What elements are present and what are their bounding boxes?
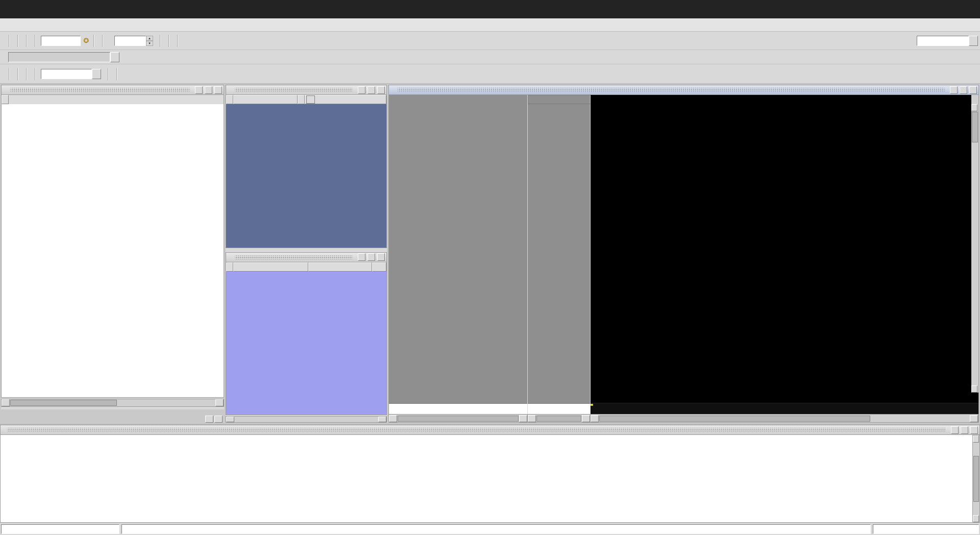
wave-cursor-tag-row <box>591 403 978 414</box>
values-scrollbar[interactable] <box>528 415 591 422</box>
wave-add-button[interactable] <box>950 86 958 94</box>
scroll-down-icon[interactable] <box>973 515 979 522</box>
transcript-add-button[interactable] <box>951 426 959 434</box>
sim-add-button[interactable] <box>195 86 203 94</box>
scroll-left-icon[interactable] <box>389 415 397 422</box>
wave-timeline-ticks <box>591 393 978 403</box>
processes-name-column[interactable] <box>233 262 308 272</box>
scroll-left-icon[interactable] <box>591 415 599 422</box>
wave-signal-values <box>528 104 591 393</box>
wave-scrollbar[interactable] <box>591 415 978 422</box>
transcript-panel-header[interactable] <box>0 425 980 435</box>
sim-panel-header[interactable] <box>1 85 224 95</box>
processes-undock-button[interactable] <box>368 253 375 261</box>
panel-splitter[interactable] <box>226 248 387 252</box>
wave-toolbar <box>0 64 980 84</box>
sim-undock-button[interactable] <box>205 86 212 94</box>
processes-panel-grip[interactable] <box>235 255 353 259</box>
objects-undock-button[interactable] <box>368 86 375 94</box>
wave-timeline[interactable] <box>591 393 978 414</box>
cursor-time-tag[interactable] <box>591 404 593 406</box>
sim-filter-icon[interactable] <box>2 95 9 104</box>
objects-panel-grip[interactable] <box>235 88 353 92</box>
objects-time-widget[interactable] <box>306 95 315 104</box>
processes-panel-header[interactable] <box>226 252 387 262</box>
wave-plot-area[interactable] <box>591 104 971 393</box>
transcript-close-button[interactable] <box>970 426 978 434</box>
scroll-left-icon[interactable] <box>528 415 536 422</box>
wave-window <box>388 95 979 423</box>
column-layout-dropdown-icon[interactable] <box>110 52 119 62</box>
title-bar <box>0 0 980 18</box>
wave-panel-header[interactable] <box>388 85 979 95</box>
sim-panel-grip[interactable] <box>10 88 190 92</box>
column-layout-select[interactable] <box>8 52 110 62</box>
status-wave-range <box>873 524 979 534</box>
spin-down-icon: ▼ <box>146 41 153 46</box>
sim-horizontal-scrollbar[interactable] <box>1 399 224 407</box>
objects-filter-icon[interactable] <box>226 95 233 104</box>
transcript-panel-grip[interactable] <box>7 428 946 432</box>
scroll-right-icon[interactable] <box>215 399 224 406</box>
msgs-column-header[interactable] <box>528 95 591 104</box>
processes-type-column[interactable] <box>308 262 372 272</box>
wave-undock-button[interactable] <box>960 86 967 94</box>
search-dropdown-icon[interactable] <box>92 69 101 79</box>
objects-add-button[interactable] <box>358 86 365 94</box>
middle-column <box>226 85 387 423</box>
processes-add-button[interactable] <box>358 253 365 261</box>
sim-column-headers <box>1 95 224 104</box>
wave-signal-names <box>389 104 528 393</box>
run-length-spinner[interactable]: ▲▼ <box>146 36 153 46</box>
now-row-label <box>389 393 527 403</box>
transcript-scrollbar[interactable] <box>973 435 980 523</box>
objects-value-column[interactable] <box>298 95 305 104</box>
tabs-scroll-right-icon[interactable] <box>214 416 223 423</box>
transcript-panel <box>0 424 980 523</box>
transcript-log[interactable] <box>0 435 973 523</box>
run-length-input[interactable] <box>114 36 146 46</box>
status-now <box>1 524 119 534</box>
layout-select[interactable] <box>917 36 969 46</box>
status-bar <box>0 523 980 535</box>
wave-panel-grip[interactable] <box>398 88 945 92</box>
search-input[interactable] <box>41 69 92 79</box>
scroll-left-icon[interactable] <box>2 399 10 406</box>
scroll-right-icon[interactable] <box>378 417 386 422</box>
scroll-thumb[interactable] <box>972 112 978 142</box>
objects-close-button[interactable] <box>377 86 385 94</box>
workspace-tabs <box>1 409 224 423</box>
scroll-right-icon[interactable] <box>582 415 590 422</box>
sim-close-button[interactable] <box>214 86 222 94</box>
help-key-icon[interactable]: ✪ <box>81 35 92 46</box>
status-context <box>121 524 871 534</box>
application-window: ✪ ▲▼ <box>0 0 980 535</box>
tabs-scroll-left-icon[interactable] <box>205 416 213 423</box>
layout-dropdown-icon[interactable] <box>969 36 978 46</box>
processes-status-column[interactable] <box>372 262 386 272</box>
processes-close-button[interactable] <box>377 253 385 261</box>
scroll-thumb[interactable] <box>10 400 117 406</box>
sim-instance-tree <box>1 104 224 398</box>
processes-scrollbar[interactable] <box>226 416 387 423</box>
names-scrollbar[interactable] <box>389 415 528 422</box>
cursor-row-label[interactable] <box>389 403 527 415</box>
scroll-up-icon[interactable] <box>973 435 979 443</box>
wave-close-button[interactable] <box>969 86 977 94</box>
transcript-undock-button[interactable] <box>961 426 968 434</box>
scroll-down-icon[interactable] <box>971 385 977 393</box>
objects-panel-header[interactable] <box>226 85 387 95</box>
processes-filter-icon[interactable] <box>226 262 233 272</box>
processes-column-headers <box>226 262 387 272</box>
scroll-up-icon[interactable] <box>971 104 977 111</box>
scroll-right-icon[interactable] <box>970 415 978 422</box>
wave-vertical-scrollbar[interactable] <box>971 104 978 393</box>
scroll-right-icon[interactable] <box>519 415 527 422</box>
scroll-left-icon[interactable] <box>226 417 234 422</box>
sim-panel <box>1 85 224 423</box>
help-search-input[interactable] <box>41 36 81 46</box>
objects-column-headers <box>226 95 387 104</box>
menu-bar <box>0 18 980 32</box>
main-toolbar: ✪ ▲▼ <box>0 32 980 50</box>
spin-up-icon: ▲ <box>146 36 153 41</box>
